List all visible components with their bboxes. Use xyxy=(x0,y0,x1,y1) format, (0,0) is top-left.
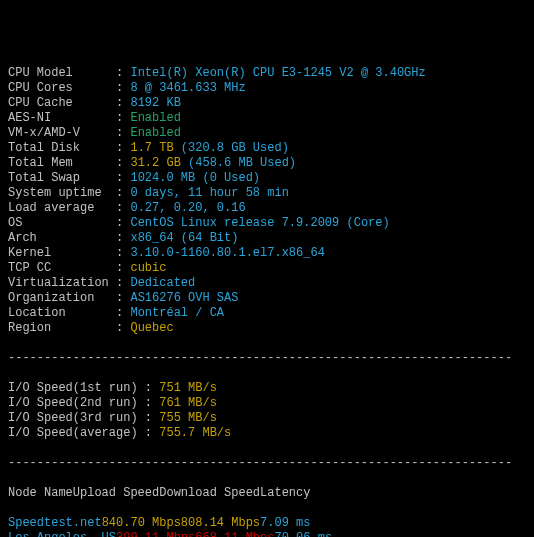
node-name: Speedtest.net xyxy=(8,516,102,530)
sysinfo-value: 1.7 TB xyxy=(130,141,180,155)
separator: : xyxy=(116,156,130,170)
sysinfo-row: OS : CentOS Linux release 7.9.2009 (Core… xyxy=(8,216,526,231)
sysinfo-value: Enabled xyxy=(130,111,180,125)
separator: : xyxy=(145,411,159,425)
io-row: I/O Speed(2nd run) : 761 MB/s xyxy=(8,396,526,411)
latency: 70.06 ms xyxy=(274,531,332,537)
sysinfo-row: AES-NI : Enabled xyxy=(8,111,526,126)
latency: 7.09 ms xyxy=(260,516,310,530)
io-value: 755.7 MB/s xyxy=(159,426,231,440)
download-speed: 808.14 Mbps xyxy=(181,516,260,530)
separator: : xyxy=(145,396,159,410)
divider: ----------------------------------------… xyxy=(8,351,526,366)
sysinfo-label: CPU Model xyxy=(8,66,116,80)
sysinfo-row: CPU Cores : 8 @ 3461.633 MHz xyxy=(8,81,526,96)
sysinfo-row: Organization : AS16276 OVH SAS xyxy=(8,291,526,306)
latency-header: Latency xyxy=(260,486,310,500)
separator: : xyxy=(116,216,130,230)
divider: ----------------------------------------… xyxy=(8,456,526,471)
separator: : xyxy=(116,201,130,215)
io-row: I/O Speed(3rd run) : 755 MB/s xyxy=(8,411,526,426)
separator: : xyxy=(116,231,130,245)
separator: : xyxy=(116,321,130,335)
speedtest-rows: Speedtest.net840.70 Mbps808.14 Mbps7.09 … xyxy=(8,516,526,537)
sysinfo-row: Total Swap : 1024.0 MB (0 Used) xyxy=(8,171,526,186)
download-speed: 668.11 Mbps xyxy=(195,531,274,537)
separator: : xyxy=(116,186,130,200)
sysinfo-value: (458.6 MB Used) xyxy=(188,156,296,170)
io-row: I/O Speed(average) : 755.7 MB/s xyxy=(8,426,526,441)
separator: : xyxy=(116,111,130,125)
separator: : xyxy=(145,426,159,440)
sysinfo-label: Total Disk xyxy=(8,141,116,155)
sysinfo-label: Arch xyxy=(8,231,116,245)
system-info-block: CPU Model : Intel(R) Xeon(R) CPU E3-1245… xyxy=(8,66,526,336)
sysinfo-row: Total Mem : 31.2 GB (458.6 MB Used) xyxy=(8,156,526,171)
sysinfo-value: 31.2 GB xyxy=(130,156,188,170)
sysinfo-label: OS xyxy=(8,216,116,230)
io-row: I/O Speed(1st run) : 751 MB/s xyxy=(8,381,526,396)
upload-header: Upload Speed xyxy=(73,486,159,500)
io-label: I/O Speed(1st run) xyxy=(8,381,145,395)
io-value: 761 MB/s xyxy=(159,396,217,410)
sysinfo-value: Enabled xyxy=(130,126,180,140)
sysinfo-row: CPU Cache : 8192 KB xyxy=(8,96,526,111)
sysinfo-value: 3.10.0-1160.80.1.el7.x86_64 xyxy=(130,246,324,260)
node-header: Node Name xyxy=(8,486,73,500)
sysinfo-row: TCP CC : cubic xyxy=(8,261,526,276)
sysinfo-label: AES-NI xyxy=(8,111,116,125)
sysinfo-label: CPU Cores xyxy=(8,81,116,95)
sysinfo-row: System uptime : 0 days, 11 hour 58 min xyxy=(8,186,526,201)
separator: : xyxy=(145,381,159,395)
separator: : xyxy=(116,306,130,320)
sysinfo-row: VM-x/AMD-V : Enabled xyxy=(8,126,526,141)
speedtest-row: Los Angeles, US399.11 Mbps668.11 Mbps70.… xyxy=(8,531,526,537)
io-label: I/O Speed(2nd run) xyxy=(8,396,145,410)
sysinfo-label: Load average xyxy=(8,201,116,215)
node-name: Los Angeles, US xyxy=(8,531,116,537)
speedtest-header: Node NameUpload SpeedDownload SpeedLaten… xyxy=(8,486,526,501)
separator: : xyxy=(116,66,130,80)
sysinfo-row: Location : Montréal / CA xyxy=(8,306,526,321)
sysinfo-value: x86_64 (64 Bit) xyxy=(130,231,238,245)
io-value: 755 MB/s xyxy=(159,411,217,425)
sysinfo-row: Load average : 0.27, 0.20, 0.16 xyxy=(8,201,526,216)
speedtest-header-row: Node NameUpload SpeedDownload SpeedLaten… xyxy=(8,486,526,501)
separator: : xyxy=(116,276,130,290)
sysinfo-value: Montréal / CA xyxy=(130,306,224,320)
separator: : xyxy=(116,291,130,305)
download-header: Download Speed xyxy=(159,486,260,500)
sysinfo-value: Quebec xyxy=(130,321,173,335)
separator: : xyxy=(116,126,130,140)
sysinfo-row: Region : Quebec xyxy=(8,321,526,336)
sysinfo-value: 8192 KB xyxy=(130,96,180,110)
sysinfo-value: cubic xyxy=(130,261,166,275)
sysinfo-label: VM-x/AMD-V xyxy=(8,126,116,140)
sysinfo-label: Total Swap xyxy=(8,171,116,185)
sysinfo-label: Virtualization xyxy=(8,276,116,290)
separator: : xyxy=(116,171,130,185)
separator: : xyxy=(116,141,130,155)
sysinfo-value: 8 @ 3461.633 MHz xyxy=(130,81,245,95)
io-speed-block: I/O Speed(1st run) : 751 MB/sI/O Speed(2… xyxy=(8,381,526,441)
sysinfo-label: CPU Cache xyxy=(8,96,116,110)
sysinfo-value: (320.8 GB Used) xyxy=(181,141,289,155)
sysinfo-value: AS16276 OVH SAS xyxy=(130,291,238,305)
separator: : xyxy=(116,81,130,95)
sysinfo-value: CentOS Linux release 7.9.2009 (Core) xyxy=(130,216,389,230)
sysinfo-row: Arch : x86_64 (64 Bit) xyxy=(8,231,526,246)
sysinfo-value: Dedicated xyxy=(130,276,195,290)
sysinfo-label: Location xyxy=(8,306,116,320)
separator: : xyxy=(116,261,130,275)
sysinfo-row: CPU Model : Intel(R) Xeon(R) CPU E3-1245… xyxy=(8,66,526,81)
sysinfo-row: Virtualization : Dedicated xyxy=(8,276,526,291)
upload-speed: 840.70 Mbps xyxy=(102,516,181,530)
sysinfo-label: TCP CC xyxy=(8,261,116,275)
sysinfo-label: Total Mem xyxy=(8,156,116,170)
upload-speed: 399.11 Mbps xyxy=(116,531,195,537)
sysinfo-label: Region xyxy=(8,321,116,335)
sysinfo-row: Total Disk : 1.7 TB (320.8 GB Used) xyxy=(8,141,526,156)
separator: : xyxy=(116,96,130,110)
sysinfo-value: 0 days, 11 hour 58 min xyxy=(130,186,288,200)
io-label: I/O Speed(average) xyxy=(8,426,145,440)
